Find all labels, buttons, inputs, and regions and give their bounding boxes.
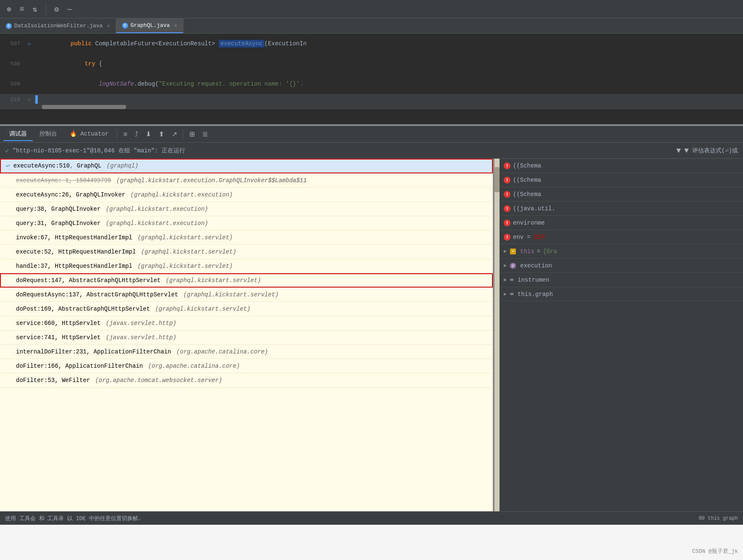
stack-item-11[interactable]: service:660, HttpServlet (javax.servlet.… <box>0 316 493 330</box>
thread-check-icon: ✓ <box>5 147 9 155</box>
tab-icon-graphql-c: C <box>122 23 128 29</box>
toolbar-icon-sort[interactable]: ⇅ <box>31 3 39 16</box>
var-expand-6[interactable]: ▶ <box>504 248 507 254</box>
stack-location-12: (javax.servlet.http) <box>102 334 176 341</box>
toolbar-icon-settings[interactable]: ⚙ <box>53 3 61 16</box>
debug-btn-list[interactable]: ≡ <box>120 129 131 140</box>
filter-icon[interactable]: ▼ <box>676 147 681 155</box>
var-item-7[interactable]: ▶ p execution <box>500 259 743 273</box>
tab-close-dataisolation[interactable]: ✕ <box>107 23 110 29</box>
var-expand-9[interactable]: ▶ <box>504 291 507 297</box>
debug-tab-actuator[interactable]: 🔥 Actuator <box>64 128 115 141</box>
line-number-508: 508 <box>0 61 25 67</box>
stack-item-8[interactable]: doRequest:147, AbstractGraphQLHttpServle… <box>0 273 493 288</box>
stack-item-7[interactable]: handle:37, HttpRequestHandlerImpl (graph… <box>0 259 493 273</box>
debug-btn-align[interactable]: ≣ <box>199 128 211 140</box>
filter-dropdown-icon[interactable]: ▼ <box>684 147 689 155</box>
code-line-510: 510 ✓ <box>0 94 743 105</box>
tab-close-graphql[interactable]: ✕ <box>174 22 177 29</box>
line-gutter-507[interactable]: ▷ <box>25 41 34 47</box>
toolbar-icon-minimize[interactable]: — <box>65 3 73 15</box>
stack-item-0[interactable]: ↩ executeAsync:510 , GraphQL (graphql) <box>0 159 493 173</box>
stack-method-10: doPost:169, AbstractGraphQLHttpServlet <box>16 306 150 312</box>
var-error-icon-1: ! <box>504 177 510 183</box>
code-line-508: 508 try { <box>0 54 743 74</box>
var-oo-icon-9: ∞ <box>510 291 513 297</box>
stack-method-7: handle:37, HttpRequestHandlerImpl <box>16 263 132 270</box>
stack-item-1[interactable]: executeAsync:-1, 1504499795 (graphql.kic… <box>0 173 493 188</box>
toolbar-icon-plus[interactable]: ⊕ <box>5 3 13 16</box>
stack-item-6[interactable]: execute:52, HttpRequestHandlerImpl (grap… <box>0 245 493 259</box>
var-name-9: this.graph <box>518 291 553 298</box>
line-gutter-510: ✓ <box>25 97 34 102</box>
stack-class-0: GraphQL <box>77 162 102 169</box>
var-item-8[interactable]: ▶ ∞ instrumen <box>500 273 743 287</box>
stack-scrollbar[interactable] <box>494 159 500 511</box>
var-item-0: ! ((Schema <box>500 159 743 173</box>
stack-item-3[interactable]: query:38, GraphQLInvoker (graphql.kickst… <box>0 202 493 216</box>
stack-item-12[interactable]: service:741, HttpServlet (javax.servlet.… <box>0 330 493 345</box>
stack-method-4: query:31, GraphQLInvoker <box>16 220 101 227</box>
stack-item-5[interactable]: invoke:67, HttpRequestHandlerImpl (graph… <box>0 230 493 245</box>
stack-method-13: internalDoFilter:231, ApplicationFilterC… <box>16 348 171 355</box>
toolbar-icon-list[interactable]: ≡ <box>18 3 26 15</box>
debug-btn-step-over[interactable]: ⤴ <box>131 129 141 140</box>
debug-content: ↩ executeAsync:510 , GraphQL (graphql) e… <box>0 159 743 511</box>
stack-item-14[interactable]: doFilter:166, ApplicationFilterChain (or… <box>0 359 493 373</box>
debug-tab-console[interactable]: 控制台 <box>34 128 63 141</box>
stack-location-14: (org.apache.catalina.core) <box>144 363 240 369</box>
var-error-icon-2: ! <box>504 191 510 198</box>
stack-item-13[interactable]: internalDoFilter:231, ApplicationFilterC… <box>0 345 493 359</box>
stack-method-5: invoke:67, HttpRequestHandlerImpl <box>16 234 132 241</box>
stack-method-2: executeAsync:26, GraphQLInvoker <box>16 191 125 198</box>
var-item-3: ! ((java.util. <box>500 201 743 216</box>
stack-trace-panel: ↩ executeAsync:510 , GraphQL (graphql) e… <box>0 159 494 511</box>
var-item-6[interactable]: ▶ ≡ this = {Gra <box>500 244 743 259</box>
stack-location-11: (javax.servlet.http) <box>102 320 176 327</box>
stack-item-15[interactable]: doFilter:53, WeFilter (org.apache.tomcat… <box>0 373 493 387</box>
code-h-scrollbar-thumb <box>42 105 126 109</box>
stack-item-2[interactable]: executeAsync:26, GraphQLInvoker (graphql… <box>0 188 493 202</box>
var-error-icon-3: ! <box>504 205 510 212</box>
code-h-scrollbar[interactable] <box>0 105 743 109</box>
var-item-2: ! ((Schema <box>500 187 743 201</box>
var-name-3: ((java.util. <box>513 205 555 212</box>
stack-location-8: (graphql.kickstart.servlet) <box>162 277 261 284</box>
code-editor: 507 ▷ public CompletableFuture<Execution… <box>0 34 743 126</box>
debug-btn-step-out[interactable]: ⬆ <box>155 128 167 140</box>
graph-text: 00 this graph <box>699 516 738 521</box>
stack-item-4[interactable]: query:31, GraphQLInvoker (graphql.kickst… <box>0 216 493 230</box>
tab-graphql[interactable]: C GraphQL.java ✕ <box>116 18 183 33</box>
stack-method-12: service:741, HttpServlet <box>16 334 101 341</box>
tab-label-dataisolation: DataIsolationWebFilter.java <box>14 23 103 29</box>
thread-right-controls: ▼ ▼ 评估表达式(⏎)或 <box>676 147 738 155</box>
var-expand-7[interactable]: ▶ <box>504 262 507 269</box>
var-expand-8[interactable]: ▶ <box>504 277 507 283</box>
var-error-icon-0: ! <box>504 162 510 169</box>
var-error-icon-4: ! <box>504 220 510 226</box>
status-bar: 使用 工具会 和 工具录 以 IDE 中的任意位置切换帧. 00 this gr… <box>0 511 743 525</box>
stack-return-icon-0: ↩ <box>6 162 10 170</box>
stack-item-9[interactable]: doRequestAsync:137, AbstractGraphQLHttpS… <box>0 288 493 302</box>
stack-location-10: (graphql.kickstart.servlet) <box>152 306 250 312</box>
var-p-icon-7: p <box>510 263 516 269</box>
var-item-9[interactable]: ▶ ∞ this.graph <box>500 287 743 301</box>
debug-separator-2 <box>183 130 183 139</box>
thread-bar: ✓ "http-nio-8105-exec-1"@18,046 在组 "main… <box>0 143 743 159</box>
var-error-icon-5: ! <box>504 234 510 241</box>
tab-dataisolation[interactable]: C DataIsolationWebFilter.java ✕ <box>0 18 116 33</box>
debug-btn-run-to-cursor[interactable]: ↗ <box>168 128 181 140</box>
var-field-name-6: this <box>520 248 534 255</box>
stack-method-9: doRequestAsync:137, AbstractGraphQLHttpS… <box>16 291 178 298</box>
line-number-507: 507 <box>0 41 25 47</box>
debug-separator-1 <box>117 130 118 139</box>
stack-location-13: (org.apache.catalina.core) <box>173 348 268 355</box>
debug-tab-debugger[interactable]: 调试器 <box>3 128 33 141</box>
var-item-5: ! env = 找不 <box>500 230 743 244</box>
stack-method-14: doFilter:166, ApplicationFilterChain <box>16 363 143 369</box>
stack-location-1: (graphql.kickstart.execution.GraphQLInvo… <box>113 177 307 184</box>
stack-item-10[interactable]: doPost:169, AbstractGraphQLHttpServlet (… <box>0 302 493 316</box>
debug-btn-table[interactable]: ⊞ <box>186 128 198 140</box>
debug-btn-step-into[interactable]: ⬇ <box>142 128 154 140</box>
stack-scrollbar-thumb <box>494 167 500 192</box>
